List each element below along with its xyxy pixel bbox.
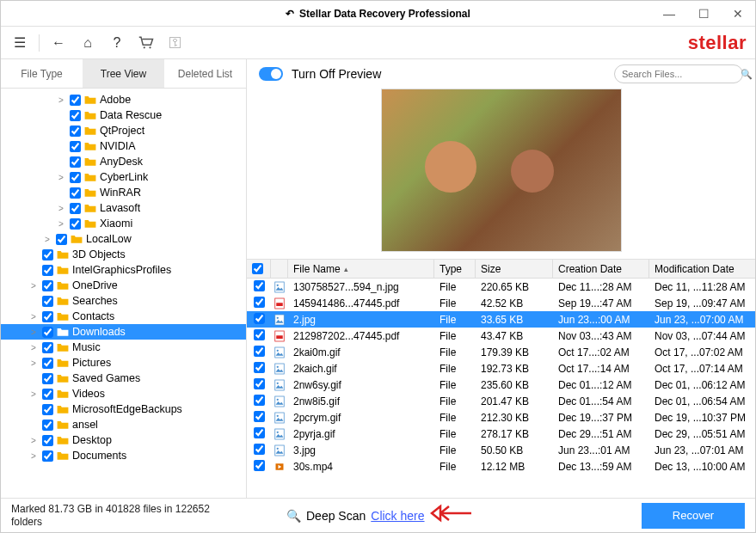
expand-icon[interactable]: > — [28, 343, 39, 352]
table-row[interactable]: 145941486...47445.pdfFile42.52 KBSep 19.… — [247, 295, 755, 311]
tree-item[interactable]: Saved Games — [1, 371, 246, 386]
key-icon[interactable]: ⚿ — [165, 33, 186, 53]
row-checkbox[interactable] — [254, 395, 265, 406]
tree-checkbox[interactable] — [42, 327, 53, 338]
cart-icon[interactable] — [136, 33, 157, 53]
tree-item[interactable]: >CyberLink — [1, 169, 246, 185]
header-filename[interactable]: File Name▴ — [288, 260, 434, 278]
row-checkbox[interactable] — [254, 313, 265, 324]
minimize-button[interactable]: — — [652, 1, 686, 27]
table-row[interactable]: 2pcrym.gifFile212.30 KBDec 19...:37 PMDe… — [247, 409, 755, 426]
table-row[interactable]: 2nw8i5.gifFile201.47 KBDec 01...:54 AMDe… — [247, 393, 755, 409]
table-row[interactable]: 2kai0m.gifFile179.39 KBOct 17...:02 AMOc… — [247, 344, 755, 360]
expand-icon[interactable]: > — [56, 204, 66, 213]
tree-checkbox[interactable] — [42, 404, 53, 415]
row-checkbox[interactable] — [254, 297, 265, 308]
tree-item[interactable]: IntelGraphicsProfiles — [1, 262, 246, 278]
tab-file-type[interactable]: File Type — [1, 59, 83, 88]
tree-item[interactable]: >Downloads — [1, 324, 246, 340]
row-checkbox[interactable] — [254, 329, 265, 340]
row-checkbox[interactable] — [254, 280, 265, 291]
tree-item[interactable]: >Videos — [1, 386, 246, 401]
expand-icon[interactable]: > — [56, 173, 66, 182]
tree-checkbox[interactable] — [42, 435, 53, 446]
expand-icon[interactable]: > — [28, 328, 39, 337]
table-row[interactable]: 2kaich.gifFile192.73 KBOct 17...:14 AMOc… — [247, 360, 755, 377]
tree-checkbox[interactable] — [70, 156, 81, 168]
header-size[interactable]: Size — [476, 260, 553, 278]
select-all-checkbox[interactable] — [252, 263, 263, 274]
menu-icon[interactable]: ☰ — [9, 33, 30, 53]
expand-icon[interactable]: > — [56, 219, 66, 229]
header-type[interactable]: Type — [434, 260, 476, 278]
table-row[interactable]: 2pyrja.gifFile278.17 KBDec 29...:51 AMDe… — [247, 426, 755, 442]
tree-checkbox[interactable] — [42, 450, 53, 462]
expand-icon[interactable]: > — [28, 436, 39, 445]
tree-item[interactable]: WinRAR — [1, 185, 246, 200]
tree-item[interactable]: 3D Objects — [1, 247, 246, 262]
tree-item[interactable]: >LocalLow — [1, 231, 246, 247]
table-row[interactable]: 2.jpgFile33.65 KBJun 23...:00 AMJun 23, … — [247, 311, 755, 328]
table-row[interactable]: 30s.mp4File12.12 MBDec 13...:59 AMDec 13… — [247, 458, 755, 475]
tree-checkbox[interactable] — [42, 342, 53, 353]
table-row[interactable]: 3.jpgFile50.50 KBJun 23...:01 AMJun 23, … — [247, 442, 755, 458]
tree-item[interactable]: Data Rescue — [1, 107, 246, 123]
tree-checkbox[interactable] — [42, 358, 53, 369]
row-checkbox[interactable] — [254, 444, 265, 455]
tree-item[interactable]: >Xiaomi — [1, 216, 246, 231]
tree-checkbox[interactable] — [42, 420, 53, 431]
deep-scan-link[interactable]: Click here — [371, 509, 424, 523]
table-row[interactable]: 212987202...47445.pdfFile43.47 KBNov 03.… — [247, 328, 755, 344]
help-icon[interactable]: ? — [107, 33, 127, 53]
folder-tree[interactable]: >AdobeData RescueQtProjectNVIDIAAnyDesk>… — [1, 89, 246, 498]
tab-tree-view[interactable]: Tree View — [83, 59, 164, 88]
header-creation-date[interactable]: Creation Date — [553, 260, 649, 278]
tree-checkbox[interactable] — [42, 265, 53, 276]
row-checkbox[interactable] — [254, 378, 265, 389]
tree-item[interactable]: Searches — [1, 293, 246, 309]
tree-item[interactable]: >Desktop — [1, 432, 246, 448]
tree-checkbox[interactable] — [70, 141, 81, 152]
tree-item[interactable]: AnyDesk — [1, 154, 246, 169]
tree-checkbox[interactable] — [42, 296, 53, 307]
expand-icon[interactable]: > — [28, 358, 39, 368]
tree-checkbox[interactable] — [42, 249, 53, 260]
tree-item[interactable]: >Documents — [1, 448, 246, 463]
close-button[interactable]: ✕ — [721, 1, 755, 27]
tree-item[interactable]: >Music — [1, 340, 246, 355]
expand-icon[interactable]: > — [28, 281, 39, 291]
search-box[interactable]: 🔍 — [614, 64, 743, 83]
home-icon[interactable]: ⌂ — [77, 33, 98, 53]
back-icon[interactable]: ← — [48, 33, 69, 53]
row-checkbox[interactable] — [254, 427, 265, 438]
tree-checkbox[interactable] — [42, 389, 53, 400]
expand-icon[interactable]: > — [28, 312, 39, 322]
expand-icon[interactable]: > — [28, 389, 39, 399]
tree-checkbox[interactable] — [42, 373, 53, 384]
tree-item[interactable]: >Lavasoft — [1, 200, 246, 216]
tree-checkbox[interactable] — [70, 203, 81, 214]
tree-checkbox[interactable] — [70, 110, 81, 121]
expand-icon[interactable]: > — [56, 95, 66, 105]
tree-item[interactable]: MicrosoftEdgeBackups — [1, 401, 246, 417]
tree-item[interactable]: ansel — [1, 417, 246, 432]
table-row[interactable]: 130758527...594_n.jpgFile220.65 KBDec 11… — [247, 279, 755, 295]
tree-item[interactable]: NVIDIA — [1, 138, 246, 154]
tree-item[interactable]: >Adobe — [1, 92, 246, 107]
table-row[interactable]: 2nw6sy.gifFile235.60 KBDec 01...:12 AMDe… — [247, 377, 755, 393]
tree-checkbox[interactable] — [42, 311, 53, 322]
search-input[interactable] — [622, 69, 741, 79]
row-checkbox[interactable] — [254, 362, 265, 373]
tab-deleted-list[interactable]: Deleted List — [164, 59, 246, 88]
tree-checkbox[interactable] — [70, 218, 81, 230]
tree-checkbox[interactable] — [70, 187, 81, 199]
row-checkbox[interactable] — [254, 411, 265, 422]
tree-checkbox[interactable] — [70, 95, 81, 106]
row-checkbox[interactable] — [254, 346, 265, 357]
maximize-button[interactable]: ☐ — [686, 1, 721, 27]
tree-checkbox[interactable] — [42, 280, 53, 291]
row-checkbox[interactable] — [254, 460, 265, 471]
preview-toggle[interactable] — [259, 67, 283, 81]
header-modification-date[interactable]: Modification Date — [649, 260, 755, 278]
tree-checkbox[interactable] — [70, 126, 81, 137]
